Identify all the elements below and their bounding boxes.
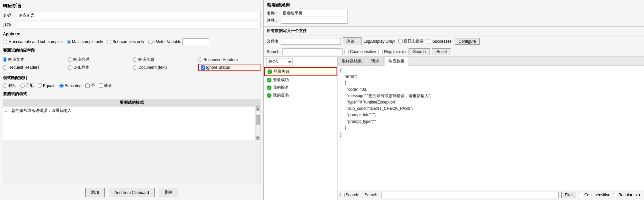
search-label: Search: bbox=[267, 49, 280, 54]
apply-to-label: Apply to: bbox=[3, 32, 260, 36]
test-pattern-content-area: 1 您的账号或密码错误，请重新输入 ▲ ▼ bbox=[3, 107, 260, 140]
match-no[interactable]: 否 bbox=[85, 83, 95, 88]
response-code-radio[interactable]: 响应代码 bbox=[68, 57, 130, 62]
response-headers-radio[interactable]: Response Headers bbox=[198, 57, 260, 62]
status-icon-my-cert: ✓ bbox=[267, 93, 271, 98]
search-options: Case sensitive Regular exp. bbox=[345, 49, 407, 54]
test-pattern-content: 您的账号或密码错误，请重新输入 bbox=[11, 108, 71, 114]
name-input[interactable] bbox=[17, 12, 260, 19]
regular-exp-check[interactable]: Regular exp. bbox=[379, 49, 407, 54]
match-substring[interactable]: Substring bbox=[59, 83, 82, 88]
bottom-search-label: Search: bbox=[365, 193, 378, 197]
add-from-clipboard-button[interactable]: Add from Clipboard bbox=[109, 188, 154, 197]
search-input[interactable] bbox=[282, 48, 343, 55]
file-row: 文件名 浏览... Log/Display Only: 仅日志错误 Succes… bbox=[264, 37, 644, 46]
tree-item-my-cert[interactable]: ✓ 我的证书 bbox=[264, 91, 337, 99]
tree-item-label-login-fail: 登录失败 bbox=[273, 69, 289, 74]
all-data-label: 所有数据写入一个文件 bbox=[267, 28, 307, 34]
json-line-8: : "prompt_type":"" bbox=[340, 119, 641, 125]
right-panel-title: 察看结果树 bbox=[267, 2, 641, 8]
ignore-status-checkbox[interactable] bbox=[201, 65, 205, 70]
apply-sub-only[interactable]: Sub-samples only bbox=[107, 39, 144, 44]
tree-item-login-fail[interactable]: ✓ 登录失败 bbox=[264, 67, 337, 76]
scrollbar-v: ▲ ▼ bbox=[255, 107, 260, 140]
add-button[interactable]: 添加 bbox=[85, 188, 105, 197]
test-pattern-label: 要测试的模式 bbox=[3, 91, 260, 97]
right-comment-row: 注释： bbox=[267, 17, 641, 24]
json-line-6: : "sub_code":"IDENT_CHECK_PASS", bbox=[340, 106, 641, 112]
jmeter-var-input[interactable] bbox=[182, 38, 209, 45]
case-sensitive-check[interactable]: Case sensitive bbox=[345, 49, 376, 54]
status-icon-login-success: ✓ bbox=[267, 78, 271, 82]
json-line-0: { bbox=[340, 67, 641, 73]
json-line-5: : "type":"XRuntimeException", bbox=[340, 99, 641, 106]
scroll-up-arrow[interactable]: ▲ bbox=[256, 107, 260, 111]
bottom-case-sensitive-check[interactable]: Case sensitive bbox=[579, 193, 610, 197]
find-button[interactable]: Find bbox=[561, 192, 576, 198]
file-name-label: 文件名 bbox=[267, 38, 279, 44]
comment-label: 注释： bbox=[3, 22, 15, 28]
log-options: Log/Display Only: 仅日志错误 Successes Config… bbox=[364, 38, 480, 45]
json-line-7: : "prompt_info":"", bbox=[340, 112, 641, 118]
right-header: 察看结果树 名称： 注释： bbox=[264, 0, 644, 27]
match-include[interactable]: 包括 bbox=[3, 83, 16, 88]
test-pattern-text-area: 1 您的账号或密码错误，请重新输入 bbox=[3, 107, 255, 140]
right-comment-input[interactable] bbox=[281, 17, 348, 24]
reset-button[interactable]: Reset bbox=[432, 48, 451, 55]
file-name-input[interactable] bbox=[281, 38, 341, 45]
line-number: 1 bbox=[5, 108, 10, 113]
left-panel: 响应断言 名称： 注释： Apply to: Main sample and s… bbox=[0, 0, 263, 200]
apply-to-row: Main sample and sub-samples Main sample … bbox=[3, 38, 260, 45]
comment-input[interactable] bbox=[17, 21, 260, 28]
bottom-search-input[interactable] bbox=[381, 192, 559, 198]
ignore-status-box: Ignore Status bbox=[198, 64, 260, 71]
test-pattern-area-title: 要测试的模式 bbox=[3, 99, 260, 107]
document-text-radio[interactable]: Document (text) bbox=[133, 64, 195, 71]
browse-button[interactable]: 浏览... bbox=[343, 37, 362, 45]
match-or[interactable]: 或者 bbox=[99, 83, 112, 88]
json-line-1: : "error": bbox=[340, 73, 641, 80]
right-name-row: 名称： bbox=[267, 10, 641, 16]
search-button[interactable]: Search bbox=[409, 48, 430, 55]
apply-jmeter-var[interactable]: JMeter Variable bbox=[148, 38, 209, 45]
status-icon-login-fail: ✓ bbox=[267, 69, 272, 74]
tree-item-login-success[interactable]: ✓ 登录成功 bbox=[264, 76, 337, 84]
tab-request[interactable]: 请求 bbox=[367, 57, 384, 65]
scroll-down-arrow[interactable]: ▼ bbox=[256, 136, 260, 140]
tab-sampler-result[interactable]: 取样器结果 bbox=[338, 57, 366, 65]
configure-button[interactable]: Configure bbox=[455, 38, 480, 45]
bottom-regular-exp-check[interactable]: Regular exp. bbox=[613, 193, 641, 197]
apply-main-sub[interactable]: Main sample and sub-samples bbox=[3, 39, 63, 44]
request-headers-radio[interactable]: Request Headers bbox=[3, 64, 65, 71]
apply-main-only[interactable]: Main sample only bbox=[67, 39, 103, 44]
match-rules-label: 模式匹配规则 bbox=[3, 75, 260, 81]
right-name-input[interactable] bbox=[281, 10, 348, 16]
ignore-status-checkbox-item[interactable]: Ignore Status bbox=[201, 65, 230, 70]
match-equals[interactable]: Equals bbox=[38, 83, 55, 88]
response-info-radio[interactable]: 响应信息 bbox=[133, 57, 195, 62]
bottom-bar: Search: Search: Find Case sensitive Regu… bbox=[338, 190, 644, 200]
left-panel-title: 响应断言 bbox=[3, 3, 260, 9]
successes-check[interactable]: Successes bbox=[427, 39, 452, 44]
json-line-9: : } bbox=[340, 125, 641, 131]
log-errors-check[interactable]: 仅日志错误 bbox=[398, 38, 424, 44]
format-select[interactable]: JSON CSS XML HTML bbox=[266, 58, 293, 65]
scroll-auto-check[interactable]: Search: bbox=[340, 193, 359, 197]
name-label: 名称： bbox=[3, 13, 15, 18]
result-tabs: 取样器结果 请求 响应数据 bbox=[338, 57, 644, 66]
test-pattern-section: 要测试的模式 要测试的模式 1 您的账号或密码错误，请重新输入 ▲ ▼ bbox=[3, 90, 260, 184]
json-line-2: : { bbox=[340, 80, 641, 86]
delete-button[interactable]: 删除 bbox=[159, 188, 178, 197]
log-display-label: Log/Display Only: bbox=[364, 39, 395, 44]
test-pattern-area: 要测试的模式 1 您的账号或密码错误，请重新输入 ▲ ▼ bbox=[3, 99, 260, 184]
right-comment-label: 注释： bbox=[267, 18, 279, 23]
scroll-thumb[interactable] bbox=[256, 115, 260, 125]
json-line-4: : "message":"您的账号或密码错误，请重新输入", bbox=[340, 93, 641, 99]
result-content: { : "error": : { : "code":403, : "messag… bbox=[338, 66, 644, 190]
url-sample-radio[interactable]: URL样本 bbox=[68, 64, 130, 71]
match-match[interactable]: 匹配 bbox=[20, 83, 34, 88]
tree-item-my-register[interactable]: ✓ 我的报名 bbox=[264, 84, 337, 91]
right-name-label: 名称： bbox=[267, 10, 279, 16]
tab-response-data[interactable]: 响应数据 bbox=[384, 57, 409, 66]
response-text-radio[interactable]: 响应文本 bbox=[3, 57, 65, 62]
